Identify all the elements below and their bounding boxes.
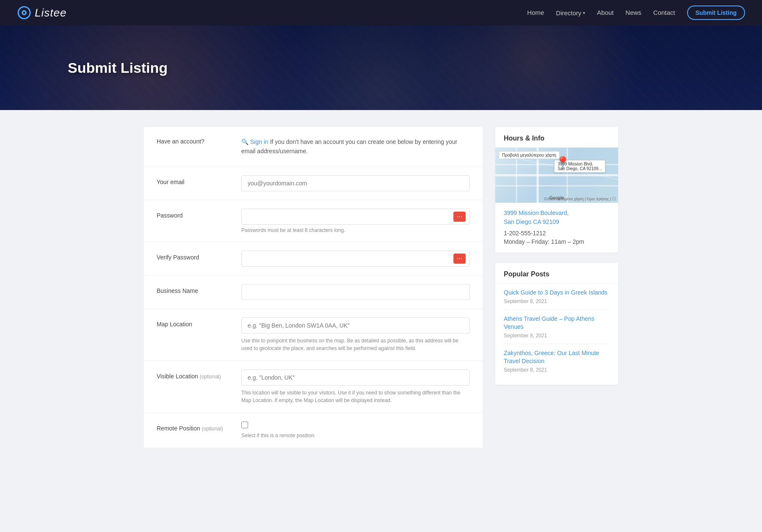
map-copyright: ©2023 Δεδομένα χάρτη | Όροι Χρήσης | ⓘ bbox=[544, 196, 616, 202]
submit-listing-button[interactable]: Submit Listing bbox=[687, 6, 745, 20]
map-view-larger-button[interactable]: Προβολή μεγαλύτερου χάρτη bbox=[499, 151, 560, 159]
post-item: Quick Guide to 3 Days in Greek Islands S… bbox=[504, 284, 610, 310]
popular-posts-title: Popular Posts bbox=[495, 263, 618, 284]
submit-form: Have an account? 🔍 Sign in If you don't … bbox=[144, 127, 483, 448]
account-text: 🔍 Sign in If you don't have an account y… bbox=[241, 137, 470, 156]
nav-contact[interactable]: Contact bbox=[653, 9, 675, 16]
map-location-row: Map Location Use this to poinpoint the b… bbox=[144, 309, 483, 361]
visible-location-field[interactable] bbox=[241, 369, 470, 386]
verify-password-wrap: ··· bbox=[241, 251, 470, 267]
address-hours: Monday – Friday: 11am – 2pm bbox=[504, 238, 610, 245]
post-link[interactable]: Athens Travel Guide – Pop Athens Venues bbox=[504, 315, 610, 331]
verify-password-label: Verify Password bbox=[157, 251, 241, 261]
email-input-col bbox=[241, 175, 470, 191]
account-label: Have an account? bbox=[157, 137, 241, 145]
main-container: Have an account? 🔍 Sign in If you don't … bbox=[135, 110, 627, 465]
password-hint: Passwords must be at least 8 characters … bbox=[241, 227, 470, 233]
business-name-input-col bbox=[241, 284, 470, 300]
business-name-label: Business Name bbox=[157, 284, 241, 294]
remote-position-checkbox[interactable] bbox=[241, 422, 248, 428]
post-item: Athens Travel Guide – Pop Athens Venues … bbox=[504, 310, 610, 344]
popular-posts-card: Popular Posts Quick Guide to 3 Days in G… bbox=[495, 263, 618, 385]
email-label: Your email bbox=[157, 175, 241, 185]
remote-position-label: Remote Position (optional) bbox=[157, 422, 241, 432]
map-preview: Προβολή μεγαλύτερου χάρτη 3999 Mission B… bbox=[495, 148, 618, 203]
hours-info-card: Hours & Info Προβολή μεγαλύτερου χάρτη 3… bbox=[495, 127, 618, 253]
nav-home[interactable]: Home bbox=[527, 9, 544, 16]
sign-in-link[interactable]: 🔍 Sign in bbox=[241, 137, 268, 146]
post-date: September 8, 2021 bbox=[504, 367, 610, 373]
map-location-hint: Use this to poinpoint the business on th… bbox=[241, 337, 470, 352]
business-name-field[interactable] bbox=[241, 284, 470, 300]
email-field[interactable] bbox=[241, 175, 470, 191]
map-pin-icon: 📍 bbox=[555, 156, 570, 170]
nav-about[interactable]: About bbox=[597, 9, 613, 16]
post-link[interactable]: Zakynthos, Greece: Our Last Minute Trave… bbox=[504, 349, 610, 366]
visible-location-input-col: This location will be visible to your vi… bbox=[241, 369, 470, 404]
nav-directory[interactable]: Directory bbox=[556, 9, 581, 17]
verify-password-toggle-button[interactable]: ··· bbox=[453, 254, 466, 264]
verify-password-row: Verify Password ··· bbox=[144, 242, 483, 276]
address-link[interactable]: 3999 Mission Boulevard, San Diego CA 921… bbox=[504, 209, 610, 226]
hours-info-title: Hours & Info bbox=[495, 127, 618, 148]
post-item: Zakynthos, Greece: Our Last Minute Trave… bbox=[504, 344, 610, 378]
sidebar: Hours & Info Προβολή μεγαλύτερου χάρτη 3… bbox=[495, 127, 618, 395]
logo-text: Listee bbox=[35, 6, 66, 19]
visible-location-label: Visible Location (optional) bbox=[157, 369, 241, 380]
password-input-col: ··· Passwords must be at least 8 charact… bbox=[241, 209, 470, 233]
popular-posts-list: Quick Guide to 3 Days in Greek Islands S… bbox=[495, 284, 618, 385]
sign-in-icon: 🔍 bbox=[241, 137, 248, 146]
remote-position-hint: Select if this is a remote position. bbox=[241, 432, 470, 439]
remote-position-row: Remote Position (optional) Select if thi… bbox=[144, 413, 483, 448]
logo-link[interactable]: Listee bbox=[17, 6, 66, 20]
email-row: Your email bbox=[144, 167, 483, 200]
page-title: Submit Listing bbox=[68, 60, 168, 76]
post-date: September 8, 2021 bbox=[504, 298, 610, 304]
password-field[interactable] bbox=[241, 209, 470, 225]
map-location-label: Map Location bbox=[157, 317, 241, 328]
hero-section: Submit Listing bbox=[0, 25, 762, 110]
nav-directory-wrap[interactable]: Directory ▾ bbox=[556, 9, 585, 17]
logo-icon bbox=[17, 6, 31, 20]
visible-location-hint: This location will be visible to your vi… bbox=[241, 389, 470, 404]
post-date: September 8, 2021 bbox=[504, 333, 610, 339]
nav-links: Home Directory ▾ About News Contact Subm… bbox=[527, 6, 745, 20]
svg-point-2 bbox=[23, 12, 25, 14]
visible-location-row: Visible Location (optional) This locatio… bbox=[144, 361, 483, 413]
map-location-input-col: Use this to poinpoint the business on th… bbox=[241, 317, 470, 352]
account-row: Have an account? 🔍 Sign in If you don't … bbox=[144, 127, 483, 167]
verify-password-input-col: ··· bbox=[241, 251, 470, 267]
post-link[interactable]: Quick Guide to 3 Days in Greek Islands bbox=[504, 289, 610, 297]
address-block: 3999 Mission Boulevard, San Diego CA 921… bbox=[495, 203, 618, 253]
map-location-field[interactable] bbox=[241, 317, 470, 334]
password-toggle-button[interactable]: ··· bbox=[453, 212, 466, 222]
nav-news[interactable]: News bbox=[626, 9, 642, 16]
password-wrap: ··· bbox=[241, 209, 470, 225]
navbar: Listee Home Directory ▾ About News Conta… bbox=[0, 0, 762, 25]
remote-position-input-col: Select if this is a remote position. bbox=[241, 422, 470, 439]
remote-position-checkbox-wrap bbox=[241, 422, 470, 428]
chevron-down-icon: ▾ bbox=[583, 11, 585, 15]
password-label: Password bbox=[157, 209, 241, 219]
verify-password-field[interactable] bbox=[241, 251, 470, 267]
address-phone: 1-202-555-1212 bbox=[504, 230, 610, 237]
password-row: Password ··· Passwords must be at least … bbox=[144, 200, 483, 242]
business-name-row: Business Name bbox=[144, 276, 483, 309]
sign-in-label: Sign in bbox=[250, 137, 268, 146]
